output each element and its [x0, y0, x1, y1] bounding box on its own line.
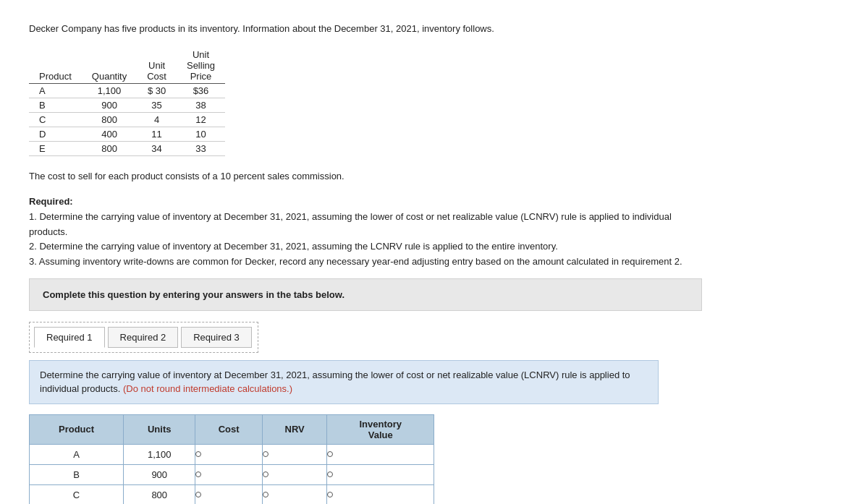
- ans-product: A: [30, 444, 124, 464]
- intro-text: Decker Company has five products in its …: [29, 22, 702, 36]
- inv-unit-cost: 4: [137, 112, 177, 127]
- ans-nrv-input[interactable]: [262, 484, 326, 504]
- ans-units: 900: [124, 464, 195, 484]
- inv-quantity: 800: [82, 112, 137, 127]
- col-header-product: Product: [29, 48, 82, 84]
- ans-product: B: [30, 464, 124, 484]
- required-item: 2. Determine the carrying value of inven…: [29, 239, 702, 255]
- answer-row: A1,100: [30, 444, 434, 464]
- inv-unit-cost: $ 30: [137, 83, 177, 98]
- inventory-table-wrapper: Product Quantity UnitCost UnitSellingPri…: [29, 48, 702, 156]
- ans-units: 800: [124, 484, 195, 504]
- tab-required-2[interactable]: Required 2: [108, 327, 179, 348]
- tabs-wrapper: Required 1 Required 2 Required 3: [29, 322, 258, 353]
- required-label: Required:: [29, 196, 73, 207]
- inv-quantity: 1,100: [82, 83, 137, 98]
- inventory-row: E 800 34 33: [29, 141, 225, 155]
- answer-col-units: Units: [124, 414, 195, 444]
- page-container: Decker Company has five products in its …: [29, 22, 702, 504]
- col-header-unit-cost: UnitCost: [137, 48, 177, 84]
- inventory-row: A 1,100 $ 30 $36: [29, 83, 225, 98]
- inventory-row: D 400 11 10: [29, 127, 225, 141]
- ans-nrv-input[interactable]: [262, 444, 326, 464]
- instruction-box: Complete this question by entering your …: [29, 278, 702, 311]
- ans-cost-input[interactable]: [195, 464, 263, 484]
- col-header-quantity: Quantity: [82, 48, 137, 84]
- cost-to-sell-text: The cost to sell for each product consis…: [29, 169, 702, 184]
- inv-selling-price: $36: [177, 83, 225, 98]
- ans-product: C: [30, 484, 124, 504]
- answer-row: C800: [30, 484, 434, 504]
- required-item: 3. Assuming inventory write-downs are co…: [29, 255, 702, 270]
- inventory-row: B 900 35 38: [29, 98, 225, 112]
- tab-required-3[interactable]: Required 3: [181, 327, 252, 348]
- required-section: Required: 1. Determine the carrying valu…: [29, 195, 702, 270]
- required-item: 1. Determine the carrying value of inven…: [29, 210, 702, 240]
- tab-required-1[interactable]: Required 1: [34, 327, 105, 348]
- inv-product: B: [29, 98, 82, 112]
- answer-col-product: Product: [30, 414, 124, 444]
- ans-inventory-value-input[interactable]: [327, 444, 434, 464]
- inv-selling-price: 38: [177, 98, 225, 112]
- inv-product: A: [29, 83, 82, 98]
- inventory-table: Product Quantity UnitCost UnitSellingPri…: [29, 48, 225, 156]
- ans-cost-input[interactable]: [195, 484, 263, 504]
- answer-col-nrv: NRV: [262, 414, 326, 444]
- tab-content: Determine the carrying value of inventor…: [29, 360, 702, 504]
- inv-selling-price: 10: [177, 127, 225, 141]
- ans-inventory-value-input[interactable]: [327, 484, 434, 504]
- inventory-row: C 800 4 12: [29, 112, 225, 127]
- answer-table: Product Units Cost NRV InventoryValue A1…: [29, 414, 434, 504]
- tabs-row: Required 1 Required 2 Required 3: [34, 327, 253, 348]
- description-box: Determine the carrying value of inventor…: [29, 360, 659, 404]
- inv-product: C: [29, 112, 82, 127]
- answer-row: B900: [30, 464, 434, 484]
- inv-selling-price: 12: [177, 112, 225, 127]
- inv-product: D: [29, 127, 82, 141]
- col-header-selling-price: UnitSellingPrice: [177, 48, 225, 84]
- inv-quantity: 800: [82, 141, 137, 155]
- inv-unit-cost: 11: [137, 127, 177, 141]
- answer-col-inventory-value: InventoryValue: [327, 414, 434, 444]
- description-note: (Do not round intermediate calculations.…: [123, 383, 292, 394]
- inv-unit-cost: 34: [137, 141, 177, 155]
- ans-nrv-input[interactable]: [262, 464, 326, 484]
- ans-inventory-value-input[interactable]: [327, 464, 434, 484]
- answer-table-wrapper: Product Units Cost NRV InventoryValue A1…: [29, 414, 434, 504]
- ans-cost-input[interactable]: [195, 444, 263, 464]
- inv-selling-price: 33: [177, 141, 225, 155]
- inv-product: E: [29, 141, 82, 155]
- ans-units: 1,100: [124, 444, 195, 464]
- inv-quantity: 900: [82, 98, 137, 112]
- inv-quantity: 400: [82, 127, 137, 141]
- answer-col-cost: Cost: [195, 414, 263, 444]
- inv-unit-cost: 35: [137, 98, 177, 112]
